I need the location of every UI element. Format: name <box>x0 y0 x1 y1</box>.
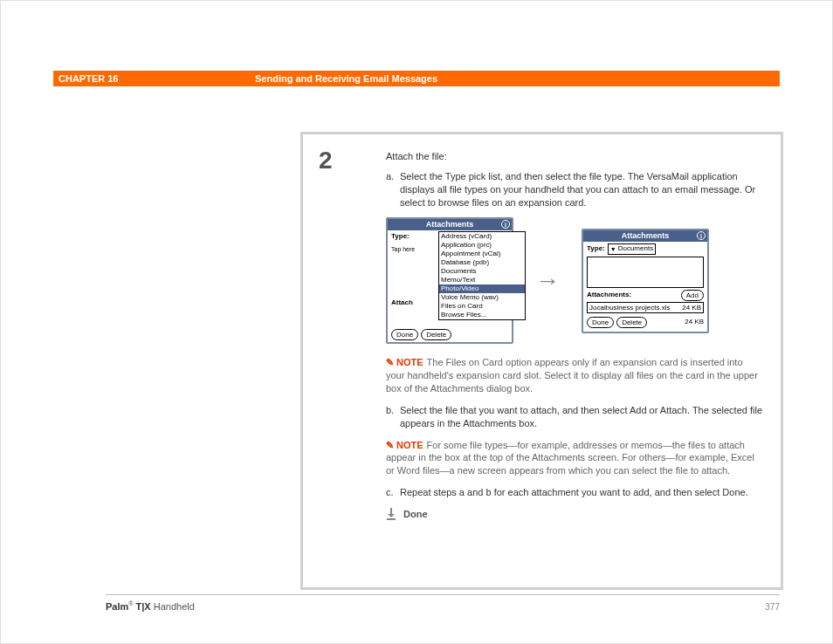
tap-here-hint: Tap here <box>391 245 415 253</box>
substep-b: b. Select the file that you want to atta… <box>386 404 763 430</box>
attachment-filename: Jocalbusiness projects.xls <box>589 303 670 312</box>
note-label: NOTE <box>396 357 423 367</box>
chevron-down-icon: ▼ <box>610 245 616 253</box>
note-text: For some file types—for example, address… <box>386 440 754 476</box>
note-2: ✎NOTEFor some file types—for example, ad… <box>386 439 763 478</box>
list-item[interactable]: Address (vCard) <box>439 232 525 241</box>
list-item[interactable]: Files on Card <box>439 302 525 311</box>
info-icon[interactable]: i <box>697 231 706 240</box>
attachments-label: Attachments: <box>587 291 631 300</box>
screen1-title: Attachments i <box>388 219 512 230</box>
chapter-label: CHAPTER 16 <box>59 73 255 84</box>
delete-button[interactable]: Delete <box>421 329 451 340</box>
screen2-title-text: Attachments <box>622 231 670 240</box>
screenshots-row: Attachments i Type: Tap here Address (vC… <box>386 217 763 344</box>
note-icon: ✎ <box>386 356 394 369</box>
marker-b: b. <box>386 404 400 430</box>
chapter-header: CHAPTER 16 Sending and Receiving Email M… <box>53 71 780 86</box>
done-label: Done <box>403 508 428 521</box>
screen2-title: Attachments i <box>583 230 707 242</box>
note-1: ✎NOTEThe Files on Card option appears on… <box>386 356 763 395</box>
footer-rest: Handheld <box>151 601 195 612</box>
footer-left: Palm® T|X Handheld <box>106 600 195 612</box>
page: CHAPTER 16 Sending and Receiving Email M… <box>0 0 833 644</box>
done-button[interactable]: Done <box>391 329 418 340</box>
attachment-item[interactable]: Jocalbusiness projects.xls 24 KB <box>587 302 704 313</box>
type-value: Documents <box>618 244 653 254</box>
list-item-selected[interactable]: Photo/Video <box>439 284 525 293</box>
substep-c: c. Repeat steps a and b for each attachm… <box>386 486 763 499</box>
substep-a: a. Select the Type pick list, and then s… <box>386 170 763 209</box>
content-box: 2 Attach the file: a. Select the Type pi… <box>300 132 783 590</box>
chapter-title: Sending and Receiving Email Messages <box>255 73 437 84</box>
list-item[interactable]: Browse Files... <box>439 311 525 319</box>
type-dropdown[interactable]: ▼ Documents <box>608 243 656 255</box>
list-item[interactable]: Documents <box>439 267 525 276</box>
body-column: Attach the file: a. Select the Type pick… <box>386 150 763 521</box>
note-label: NOTE <box>396 440 423 450</box>
type-picklist[interactable]: Address (vCard) Application (prc) Appoin… <box>438 231 526 320</box>
type-label: Type: <box>391 232 410 242</box>
step-intro: Attach the file: <box>386 150 763 163</box>
footer-model: T|X <box>133 601 150 612</box>
palm-screen-left: Attachments i Type: Tap here Address (vC… <box>386 217 513 344</box>
attach-label: Attach <box>391 298 413 308</box>
done-arrow-icon <box>386 508 396 520</box>
attachment-filesize: 24 KB <box>682 303 701 312</box>
info-icon[interactable]: i <box>501 220 510 229</box>
arrow-right-icon: → <box>535 264 560 298</box>
file-listbox[interactable] <box>587 257 704 288</box>
marker-c: c. <box>386 486 400 499</box>
footer-brand: Palm <box>106 601 128 612</box>
note-text: The Files on Card option appears only if… <box>386 357 758 394</box>
step-number: 2 <box>319 147 333 175</box>
done-row: Done <box>386 508 763 521</box>
text-a: Select the Type pick list, and then sele… <box>400 170 763 209</box>
list-item[interactable]: Memo/Text <box>439 276 525 284</box>
list-item[interactable]: Application (prc) <box>439 241 525 250</box>
screen1-title-text: Attachments <box>426 220 474 229</box>
delete-button[interactable]: Delete <box>616 317 647 328</box>
total-size: 24 KB <box>685 318 704 327</box>
note-icon: ✎ <box>386 439 394 452</box>
add-button[interactable]: Add <box>681 290 704 301</box>
text-c: Repeat steps a and b for each attachment… <box>400 486 763 499</box>
page-number: 377 <box>765 602 780 612</box>
list-item[interactable]: Database (pdb) <box>439 258 525 267</box>
done-button[interactable]: Done <box>587 317 614 328</box>
type-label: Type: <box>587 244 605 254</box>
palm-screen-right: Attachments i Type: ▼ Documents <box>582 229 709 333</box>
list-item[interactable]: Voice Memo (wav) <box>439 293 525 302</box>
list-item[interactable]: Appointment (vCal) <box>439 250 525 258</box>
text-b: Select the file that you want to attach,… <box>400 404 763 430</box>
footer-divider <box>106 594 780 595</box>
marker-a: a. <box>386 170 400 209</box>
